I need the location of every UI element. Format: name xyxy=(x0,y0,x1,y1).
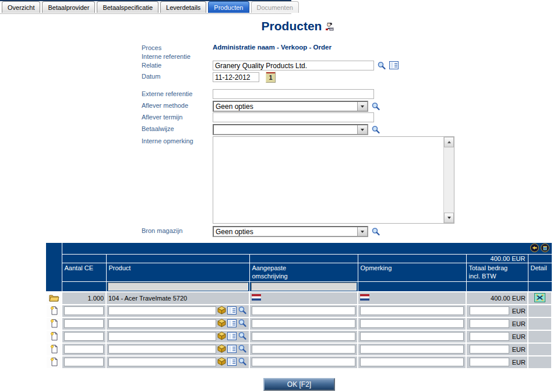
tab-producten[interactable]: Producten xyxy=(208,1,249,13)
row-totaal: 400.00 EUR xyxy=(466,292,528,305)
product-search-icon[interactable] xyxy=(238,331,247,342)
aantal-input[interactable] xyxy=(64,345,104,354)
grid-body: 1.000 104 - Acer Travelmate 5720 400.00 … xyxy=(46,292,552,369)
betaalwijze-search-icon[interactable] xyxy=(371,125,380,135)
product-input[interactable] xyxy=(108,319,216,328)
aflever-termijn-label: Aflever termijn xyxy=(142,112,213,121)
product-filter-input[interactable] xyxy=(108,282,248,291)
chevron-down-icon[interactable] xyxy=(357,227,367,236)
aangepast-input[interactable] xyxy=(252,345,355,354)
textarea-scrollbar[interactable] xyxy=(443,137,454,223)
undo-icon[interactable] xyxy=(530,243,539,253)
chevron-down-icon[interactable] xyxy=(357,102,367,111)
aflever-methode-search-icon[interactable] xyxy=(371,102,380,111)
aangepast-input[interactable] xyxy=(252,332,355,341)
tab-leverdetails[interactable]: Leverdetails xyxy=(160,1,206,13)
opmerking-input[interactable] xyxy=(360,345,464,354)
new-document-icon[interactable] xyxy=(50,322,58,329)
product-input[interactable] xyxy=(108,358,216,366)
chevron-down-icon[interactable] xyxy=(357,125,367,134)
aantal-input[interactable] xyxy=(64,306,104,315)
tab-documenten: Documenten xyxy=(251,1,299,13)
product-input[interactable] xyxy=(108,345,216,354)
title-row: Producten xyxy=(0,19,557,33)
empty-product-row: EUR xyxy=(46,317,552,330)
detail-expand-icon[interactable] xyxy=(534,296,545,303)
dutch-flag-icon xyxy=(252,295,261,302)
tab-betaalspecificatie[interactable]: Betaalspecificatie xyxy=(97,1,158,13)
bron-magazijn-select[interactable]: Geen opties xyxy=(213,226,368,237)
folder-icon[interactable] xyxy=(49,296,59,303)
bedrag-input[interactable] xyxy=(470,306,509,315)
product-details-icon[interactable] xyxy=(227,358,237,367)
aangepast-input[interactable] xyxy=(252,319,355,328)
trash-icon[interactable] xyxy=(541,243,549,253)
scroll-up-icon[interactable] xyxy=(444,137,454,147)
row-aantal: 1.000 xyxy=(62,292,106,305)
aangepast-filter-input[interactable] xyxy=(251,282,357,291)
aantal-input[interactable] xyxy=(64,358,104,366)
opmerking-input[interactable] xyxy=(360,306,464,315)
datum-input[interactable] xyxy=(213,72,259,82)
relatie-details-icon[interactable] xyxy=(389,61,399,70)
opmerking-input[interactable] xyxy=(360,358,464,366)
bedrag-input[interactable] xyxy=(470,358,509,366)
opmerking-input[interactable] xyxy=(360,319,464,328)
aflever-termijn-input[interactable] xyxy=(213,112,374,122)
package-icon[interactable] xyxy=(217,344,226,354)
app-window: OverzichtBetaalproviderBetaalspecificati… xyxy=(0,0,557,392)
calendar-icon[interactable]: 1 xyxy=(266,72,276,83)
new-document-icon[interactable] xyxy=(50,335,58,342)
proces-value: Administratie naam - Verkoop - Order xyxy=(213,43,332,51)
relatie-search-icon[interactable] xyxy=(377,61,386,70)
grid-header-row: Aantal CE Product Aangepaste omschrijvin… xyxy=(46,263,552,282)
product-search-icon[interactable] xyxy=(238,319,247,329)
aantal-input[interactable] xyxy=(64,332,104,341)
product-row: 1.000 104 - Acer Travelmate 5720 400.00 … xyxy=(46,292,552,305)
package-icon[interactable] xyxy=(217,357,226,367)
aangepast-input[interactable] xyxy=(252,358,355,366)
product-input[interactable] xyxy=(108,306,216,315)
package-icon[interactable] xyxy=(217,306,226,316)
betaalwijze-select[interactable] xyxy=(213,124,368,135)
bron-magazijn-label: Bron magazijn xyxy=(142,226,213,234)
bedrag-input[interactable] xyxy=(470,319,509,328)
opmerking-input[interactable] xyxy=(360,332,464,341)
aantal-input[interactable] xyxy=(64,319,104,328)
tab-betaalprovider[interactable]: Betaalprovider xyxy=(42,1,95,13)
product-details-icon[interactable] xyxy=(227,319,237,329)
ok-button[interactable]: OK [F2] xyxy=(263,378,335,391)
form-row-interne-referentie: Interne referentie xyxy=(142,52,468,61)
new-document-icon[interactable] xyxy=(50,361,58,368)
externe-referentie-input[interactable] xyxy=(213,89,374,99)
grid-filter-row xyxy=(46,281,552,292)
form-row-interne-opmerking: Interne opmerking xyxy=(142,136,468,224)
new-document-icon[interactable] xyxy=(50,309,58,316)
aflever-methode-label: Aflever methode xyxy=(142,101,213,109)
product-input[interactable] xyxy=(108,332,216,341)
aangepast-input[interactable] xyxy=(252,306,355,315)
product-search-icon[interactable] xyxy=(238,344,247,355)
currency-label: EUR xyxy=(510,308,526,315)
product-search-icon[interactable] xyxy=(238,357,247,368)
bedrag-input[interactable] xyxy=(470,332,509,341)
column-header-aantal: Aantal CE xyxy=(62,263,106,282)
scroll-down-icon[interactable] xyxy=(444,213,454,223)
tab-overzicht[interactable]: Overzicht xyxy=(2,1,40,13)
product-search-icon[interactable] xyxy=(238,306,247,316)
user-edit-icon[interactable] xyxy=(325,22,334,31)
bedrag-input[interactable] xyxy=(470,345,509,354)
package-icon[interactable] xyxy=(217,331,226,341)
product-details-icon[interactable] xyxy=(227,306,237,316)
interne-opmerking-textarea[interactable] xyxy=(213,137,443,223)
bron-magazijn-search-icon[interactable] xyxy=(371,227,380,236)
aflever-methode-select[interactable]: Geen opties xyxy=(213,101,368,112)
new-document-icon[interactable] xyxy=(50,348,58,355)
dutch-flag-icon xyxy=(360,295,369,302)
product-details-icon[interactable] xyxy=(227,332,237,341)
currency-label: EUR xyxy=(510,333,526,340)
grid-total-row: 400.00 EUR xyxy=(46,255,552,263)
relatie-input[interactable] xyxy=(213,61,374,70)
package-icon[interactable] xyxy=(217,319,226,329)
product-details-icon[interactable] xyxy=(227,345,237,354)
